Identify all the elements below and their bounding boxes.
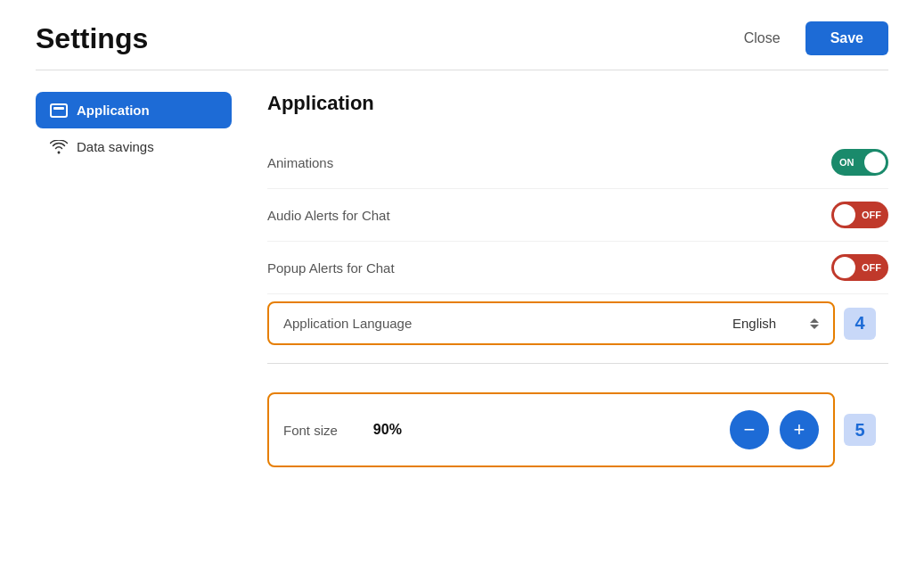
font-row-left: Font size 90% xyxy=(283,422,402,438)
popup-alerts-row: Popup Alerts for Chat OFF xyxy=(267,242,888,294)
font-size-badge: 5 xyxy=(844,414,876,446)
language-select-wrapper[interactable]: English Spanish French German Italian xyxy=(732,316,819,331)
settings-page: Settings Close Save Application xyxy=(0,0,924,503)
sidebar-item-data-savings-label: Data savings xyxy=(77,139,154,154)
wifi-icon xyxy=(50,140,68,154)
header-actions: Close Save xyxy=(733,21,888,55)
font-size-label: Font size xyxy=(283,423,338,438)
content-area: Application Data savings Application xyxy=(36,92,888,467)
font-size-row: Font size 90% − + 5 xyxy=(267,392,835,467)
close-button[interactable]: Close xyxy=(733,23,791,54)
audio-alerts-toggle[interactable]: OFF xyxy=(831,202,888,228)
animations-toggle-label: ON xyxy=(839,157,854,168)
font-increase-button[interactable]: + xyxy=(780,410,819,449)
animations-row: Animations ON xyxy=(267,136,888,189)
application-icon xyxy=(50,103,68,118)
language-select[interactable]: English Spanish French German Italian xyxy=(732,316,803,331)
sidebar-item-data-savings[interactable]: Data savings xyxy=(36,128,232,165)
animations-label: Animations xyxy=(267,155,333,170)
language-label: Application Language xyxy=(283,316,412,331)
audio-alerts-row: Audio Alerts for Chat OFF xyxy=(267,189,888,242)
font-size-value: 90% xyxy=(373,422,402,438)
sidebar-item-application[interactable]: Application xyxy=(36,92,232,128)
section-divider xyxy=(267,363,888,364)
font-decrease-button[interactable]: − xyxy=(730,410,769,449)
arrow-up-icon xyxy=(810,318,819,323)
header-divider xyxy=(36,70,888,70)
header: Settings Close Save xyxy=(36,21,888,55)
main-content: Application Animations ON Audio Alerts f… xyxy=(267,92,888,467)
audio-alerts-toggle-knob xyxy=(834,204,855,226)
popup-alerts-label: Popup Alerts for Chat xyxy=(267,260,395,276)
popup-alerts-toggle-knob xyxy=(834,257,855,278)
popup-alerts-toggle-label: OFF xyxy=(862,262,881,273)
select-arrows xyxy=(810,318,819,329)
audio-alerts-label: Audio Alerts for Chat xyxy=(267,208,390,223)
sidebar: Application Data savings xyxy=(36,92,232,165)
arrow-down-icon xyxy=(810,325,819,329)
language-row: Application Language English Spanish Fre… xyxy=(267,301,835,345)
font-controls: − + xyxy=(730,410,819,449)
language-badge: 4 xyxy=(844,308,876,340)
save-button[interactable]: Save xyxy=(805,21,888,55)
sidebar-item-application-label: Application xyxy=(77,103,150,118)
audio-alerts-toggle-label: OFF xyxy=(862,210,881,220)
popup-alerts-toggle[interactable]: OFF xyxy=(831,254,888,281)
animations-toggle[interactable]: ON xyxy=(831,149,888,176)
animations-toggle-knob xyxy=(864,152,886,173)
section-title: Application xyxy=(267,92,888,115)
page-title: Settings xyxy=(36,22,148,55)
